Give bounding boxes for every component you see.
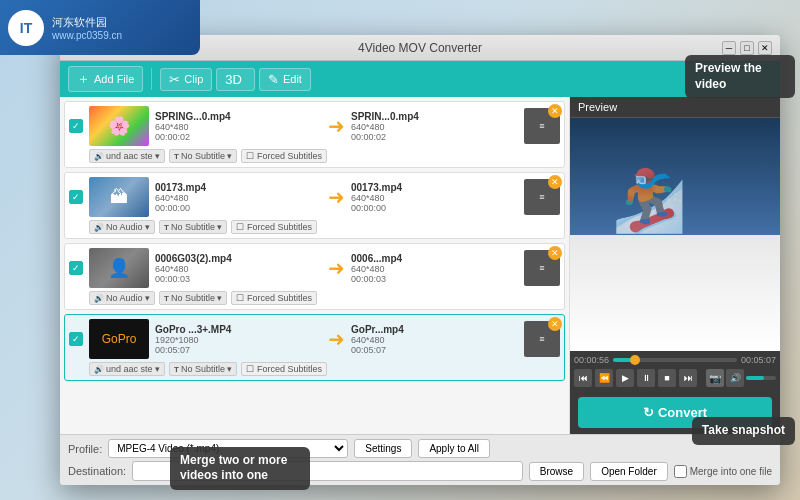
volume-area: 📷 🔊 — [706, 369, 776, 387]
file-item: ✕ 🏔 00173.mp4 640*480 00:00:00 ➜ 00173.m… — [64, 172, 565, 239]
audio-selector[interactable]: No Audio ▾ — [89, 220, 155, 234]
add-file-button[interactable]: ＋ Add File — [68, 66, 143, 92]
apply-to-all-button[interactable]: Apply to All — [418, 439, 489, 458]
file-thumbnail: 🏔 — [89, 177, 149, 217]
file-input-info: GoPro ...3+.MP4 1920*1080 00:05:07 — [155, 324, 322, 355]
file-item: ✕ 🌸 SPRING...0.mp4 640*480 00:00:02 ➜ SP… — [64, 101, 565, 168]
subtitle-selector[interactable]: No Subtitle ▾ — [159, 291, 227, 305]
merge-checkbox-area: Merge into one file — [674, 465, 772, 478]
remove-file-button[interactable]: ✕ — [548, 104, 562, 118]
stop-button[interactable]: ■ — [658, 369, 676, 387]
file-name: GoPro ...3+.MP4 — [155, 324, 322, 335]
progress-track[interactable] — [613, 358, 737, 362]
file-duration: 00:00:03 — [155, 274, 322, 284]
output-name: 00173.mp4 — [351, 182, 518, 193]
audio-selector[interactable]: und aac ste ▾ — [89, 362, 165, 376]
output-name: SPRIN...0.mp4 — [351, 111, 518, 122]
file-item: ✕ GoPro GoPro ...3+.MP4 1920*1080 00:05:… — [64, 314, 565, 381]
file-checkbox[interactable] — [69, 190, 83, 204]
output-duration: 00:00:03 — [351, 274, 518, 284]
audio-selector[interactable]: und aac ste ▾ — [89, 149, 165, 163]
file-checkbox[interactable] — [69, 119, 83, 133]
play-group: ⏮ ⏪ ▶ ⏸ ■ ⏭ — [574, 369, 697, 387]
settings-button[interactable]: Settings — [354, 439, 412, 458]
destination-label: Destination: — [68, 465, 126, 477]
skip-back-button[interactable]: ⏮ — [574, 369, 592, 387]
file-checkbox[interactable] — [69, 261, 83, 275]
minimize-button[interactable]: ─ — [722, 41, 736, 55]
remove-file-button[interactable]: ✕ — [548, 317, 562, 331]
file-thumbnail: GoPro — [89, 319, 149, 359]
3d-icon: 3D — [225, 72, 242, 87]
step-back-button[interactable]: ⏪ — [595, 369, 613, 387]
file-duration: 00:00:00 — [155, 203, 322, 213]
edit-button[interactable]: ✎ Edit — [259, 68, 311, 91]
file-dims: 640*480 — [155, 122, 322, 132]
output-dims: 640*480 — [351, 193, 518, 203]
file-list: ✕ 🌸 SPRING...0.mp4 640*480 00:00:02 ➜ SP… — [60, 97, 570, 434]
watermark-text: 河东软件园 www.pc0359.cn — [52, 15, 122, 41]
remove-file-button[interactable]: ✕ — [548, 246, 562, 260]
subtitle-selector[interactable]: No Subtitle ▾ — [169, 149, 237, 163]
bottom-bar: Profile: MPEG-4 Video (*.mp4) Settings A… — [60, 434, 780, 485]
file-output-info: GoPr...mp4 640*480 00:05:07 — [351, 324, 518, 355]
toolbar-divider — [151, 68, 152, 90]
file-input-info: 0006G03(2).mp4 640*480 00:00:03 — [155, 253, 322, 284]
convert-icon: ↻ — [643, 405, 654, 420]
skip-forward-button[interactable]: ⏭ — [679, 369, 697, 387]
remove-file-button[interactable]: ✕ — [548, 175, 562, 189]
file-output-info: SPRIN...0.mp4 640*480 00:00:02 — [351, 111, 518, 142]
merge-callout: Merge two or more videos into one — [170, 447, 310, 490]
profile-label: Profile: — [68, 443, 102, 455]
file-dims: 640*480 — [155, 264, 322, 274]
main-content: ✕ 🌸 SPRING...0.mp4 640*480 00:00:02 ➜ SP… — [60, 97, 780, 434]
3d-button[interactable]: 3D — [216, 68, 255, 91]
file-controls: und aac ste ▾ No Subtitle ▾ ☐ Forced Sub… — [69, 149, 560, 163]
file-input-info: 00173.mp4 640*480 00:00:00 — [155, 182, 322, 213]
output-dims: 640*480 — [351, 264, 518, 274]
convert-arrow-icon: ➜ — [328, 185, 345, 209]
clip-button[interactable]: ✂ Clip — [160, 68, 212, 91]
edit-icon: ✎ — [268, 72, 279, 87]
volume-icon[interactable]: 🔊 — [726, 369, 744, 387]
subtitle-selector[interactable]: No Subtitle ▾ — [159, 220, 227, 234]
pause-button[interactable]: ⏸ — [637, 369, 655, 387]
snow-bg — [570, 235, 780, 352]
forced-subtitles-label: ☐ Forced Subtitles — [241, 362, 327, 376]
forced-subtitles-label: ☐ Forced Subtitles — [231, 291, 317, 305]
file-duration: 00:00:02 — [155, 132, 322, 142]
subtitle-selector[interactable]: No Subtitle ▾ — [169, 362, 237, 376]
convert-arrow-icon: ➜ — [328, 327, 345, 351]
file-dims: 1920*1080 — [155, 335, 322, 345]
play-button[interactable]: ▶ — [616, 369, 634, 387]
merge-checkbox[interactable] — [674, 465, 687, 478]
snapshot-callout: Take snapshot — [692, 417, 795, 445]
file-duration: 00:05:07 — [155, 345, 322, 355]
maximize-button[interactable]: □ — [740, 41, 754, 55]
output-duration: 00:05:07 — [351, 345, 518, 355]
file-controls: No Audio ▾ No Subtitle ▾ ☐ Forced Subtit… — [69, 220, 560, 234]
close-button[interactable]: ✕ — [758, 41, 772, 55]
browse-button[interactable]: Browse — [529, 462, 584, 481]
preview-label: Preview — [570, 97, 780, 118]
volume-fill — [746, 376, 764, 380]
file-output-info: 0006...mp4 640*480 00:00:03 — [351, 253, 518, 284]
forced-subtitles-label: ☐ Forced Subtitles — [241, 149, 327, 163]
watermark: IT 河东软件园 www.pc0359.cn — [0, 0, 200, 55]
toolbar: ＋ Add File ✂ Clip 3D ✎ Edit — [60, 61, 780, 97]
file-controls: No Audio ▾ No Subtitle ▾ ☐ Forced Subtit… — [69, 291, 560, 305]
output-duration: 00:00:00 — [351, 203, 518, 213]
file-dims: 640*480 — [155, 193, 322, 203]
output-dims: 640*480 — [351, 335, 518, 345]
file-input-info: SPRING...0.mp4 640*480 00:00:02 — [155, 111, 322, 142]
audio-selector[interactable]: No Audio ▾ — [89, 291, 155, 305]
file-thumbnail: 👤 — [89, 248, 149, 288]
time-bar: 00:00:56 00:05:07 — [574, 355, 776, 365]
open-folder-button[interactable]: Open Folder — [590, 462, 668, 481]
file-checkbox[interactable] — [69, 332, 83, 346]
preview-video: 🎿 🏂 — [570, 118, 780, 351]
snapshot-button[interactable]: 📷 — [706, 369, 724, 387]
merge-label: Merge into one file — [690, 466, 772, 477]
volume-slider[interactable] — [746, 376, 776, 380]
output-name: GoPr...mp4 — [351, 324, 518, 335]
